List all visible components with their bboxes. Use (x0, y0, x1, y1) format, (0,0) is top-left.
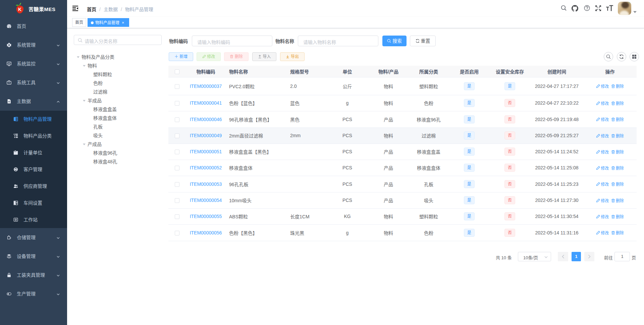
svg-text:K: K (18, 7, 21, 12)
